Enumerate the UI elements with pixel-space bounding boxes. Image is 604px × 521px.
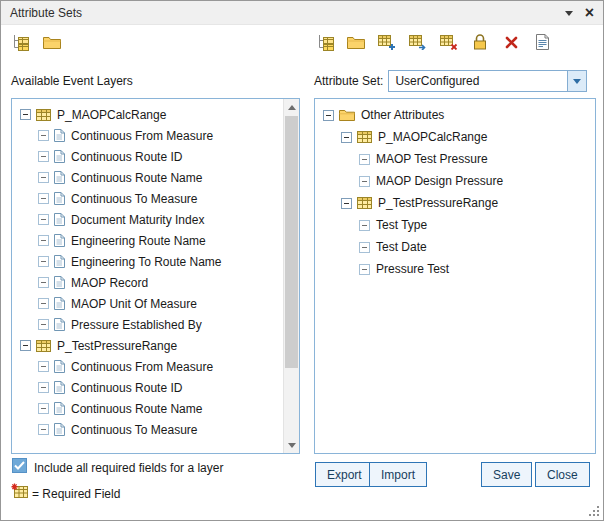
collapse-minus-icon[interactable] <box>323 110 334 121</box>
doc-icon <box>54 213 65 226</box>
tree-item[interactable]: Other Attributes <box>315 104 595 126</box>
doc-icon <box>54 129 65 142</box>
doc-icon <box>54 360 65 373</box>
add-table-icon[interactable] <box>376 32 398 52</box>
collapse-minus-icon[interactable] <box>341 198 352 209</box>
field-box-icon[interactable] <box>38 235 49 246</box>
tree-item[interactable]: Engineering Route Name <box>12 230 283 251</box>
field-box-icon[interactable] <box>38 172 49 183</box>
scroll-up-icon[interactable] <box>284 99 299 115</box>
include-required-fields-checkbox[interactable] <box>12 458 27 473</box>
export-button[interactable]: Export <box>315 462 374 487</box>
doc-icon <box>54 234 65 247</box>
tree-item[interactable]: MAOP Unit Of Measure <box>12 293 283 314</box>
tree-item[interactable]: MAOP Record <box>12 272 283 293</box>
collapse-minus-icon[interactable] <box>20 340 31 351</box>
vertical-scrollbar[interactable] <box>283 99 299 453</box>
import-button[interactable]: Import <box>369 462 427 487</box>
tree-item-label: Continuous Route Name <box>70 171 202 185</box>
new-attribute-set-icon[interactable] <box>9 32 31 52</box>
tree-item[interactable]: Continuous Route ID <box>12 146 283 167</box>
doc-icon <box>54 192 65 205</box>
field-box-icon[interactable] <box>359 176 370 187</box>
field-box-icon[interactable] <box>38 424 49 435</box>
table-icon <box>357 131 372 143</box>
open-attribute-set-icon[interactable] <box>41 32 63 52</box>
tree-item[interactable]: P_TestPressureRange <box>12 335 283 356</box>
doc-icon <box>54 150 65 163</box>
doc-icon <box>54 255 65 268</box>
close-icon[interactable]: × <box>585 6 594 20</box>
field-box-icon[interactable] <box>38 193 49 204</box>
new-attribute-set-icon[interactable] <box>314 32 336 52</box>
tree-item-label: Continuous Route ID <box>70 150 182 164</box>
tree-item[interactable]: Document Maturity Index <box>12 209 283 230</box>
import-table-icon[interactable] <box>407 32 429 52</box>
tree-item[interactable]: Continuous Route Name <box>12 398 283 419</box>
field-box-icon[interactable] <box>359 242 370 253</box>
tree-item[interactable]: Test Date <box>315 236 595 258</box>
field-box-icon[interactable] <box>38 382 49 393</box>
field-box-icon[interactable] <box>359 220 370 231</box>
attribute-set-dropdown[interactable]: UserConfigured <box>388 70 587 92</box>
field-box-icon[interactable] <box>359 264 370 275</box>
attribute-set-row: Attribute Set: UserConfigured <box>314 70 587 92</box>
field-box-icon[interactable] <box>38 361 49 372</box>
doc-icon <box>54 381 65 394</box>
tree-item[interactable]: MAOP Design Pressure <box>315 170 595 192</box>
chevron-down-icon <box>573 79 581 84</box>
tree-item[interactable]: Continuous Route Name <box>12 167 283 188</box>
field-box-icon[interactable] <box>38 130 49 141</box>
tree-item[interactable]: Continuous To Measure <box>12 188 283 209</box>
report-icon[interactable] <box>531 32 553 52</box>
tree-item-label: Pressure Established By <box>70 318 202 332</box>
tree-item[interactable]: Continuous From Measure <box>12 125 283 146</box>
tree-item[interactable]: Continuous From Measure <box>12 356 283 377</box>
tree-item[interactable]: P_MAOPCalcRange <box>315 126 595 148</box>
close-button[interactable]: Close <box>535 462 590 487</box>
folder-icon <box>339 109 355 121</box>
field-box-icon[interactable] <box>38 214 49 225</box>
scrollbar-thumb[interactable] <box>285 116 298 368</box>
toolbar-right <box>314 32 553 52</box>
tree-item-label: MAOP Design Pressure <box>375 174 503 188</box>
save-button[interactable]: Save <box>481 462 532 487</box>
attribute-set-tree[interactable]: Other AttributesP_MAOPCalcRangeMAOP Test… <box>315 99 595 453</box>
field-box-icon[interactable] <box>38 151 49 162</box>
tree-item[interactable]: Engineering To Route Name <box>12 251 283 272</box>
save-set-icon[interactable] <box>469 32 491 52</box>
tree-item-label: P_TestPressureRange <box>377 196 498 210</box>
field-box-icon[interactable] <box>38 403 49 414</box>
field-box-icon[interactable] <box>38 277 49 288</box>
dialog-title: Attribute Sets <box>10 6 82 20</box>
tree-item[interactable]: Continuous To Measure <box>12 419 283 440</box>
titlebar[interactable]: Attribute Sets × <box>1 1 603 25</box>
toolbar-left <box>9 32 63 52</box>
delete-icon[interactable] <box>500 32 522 52</box>
tree-item[interactable]: Pressure Established By <box>12 314 283 335</box>
tree-item[interactable]: P_TestPressureRange <box>315 192 595 214</box>
tree-item[interactable]: MAOP Test Pressure <box>315 148 595 170</box>
chevron-down-icon[interactable] <box>565 11 573 16</box>
collapse-minus-icon[interactable] <box>341 132 352 143</box>
tree-item-label: P_TestPressureRange <box>56 339 177 353</box>
tree-item-label: MAOP Record <box>70 276 148 290</box>
tree-item[interactable]: Test Type <box>315 214 595 236</box>
available-layers-tree[interactable]: P_MAOPCalcRangeContinuous From MeasureCo… <box>12 99 283 453</box>
resize-grip[interactable] <box>588 505 599 516</box>
tree-item[interactable]: Pressure Test <box>315 258 595 280</box>
tree-item[interactable]: P_MAOPCalcRange <box>12 104 283 125</box>
field-box-icon[interactable] <box>38 319 49 330</box>
open-attribute-set-icon[interactable] <box>345 32 367 52</box>
remove-table-icon[interactable] <box>438 32 460 52</box>
table-icon <box>36 109 51 121</box>
tree-item-label: MAOP Test Pressure <box>375 152 488 166</box>
scroll-down-icon[interactable] <box>284 437 299 453</box>
field-box-icon[interactable] <box>38 256 49 267</box>
field-box-icon[interactable] <box>38 298 49 309</box>
field-box-icon[interactable] <box>359 154 370 165</box>
dropdown-arrow-button[interactable] <box>567 71 586 91</box>
tree-item[interactable]: Continuous Route ID <box>12 377 283 398</box>
doc-icon <box>54 402 65 415</box>
collapse-minus-icon[interactable] <box>20 109 31 120</box>
